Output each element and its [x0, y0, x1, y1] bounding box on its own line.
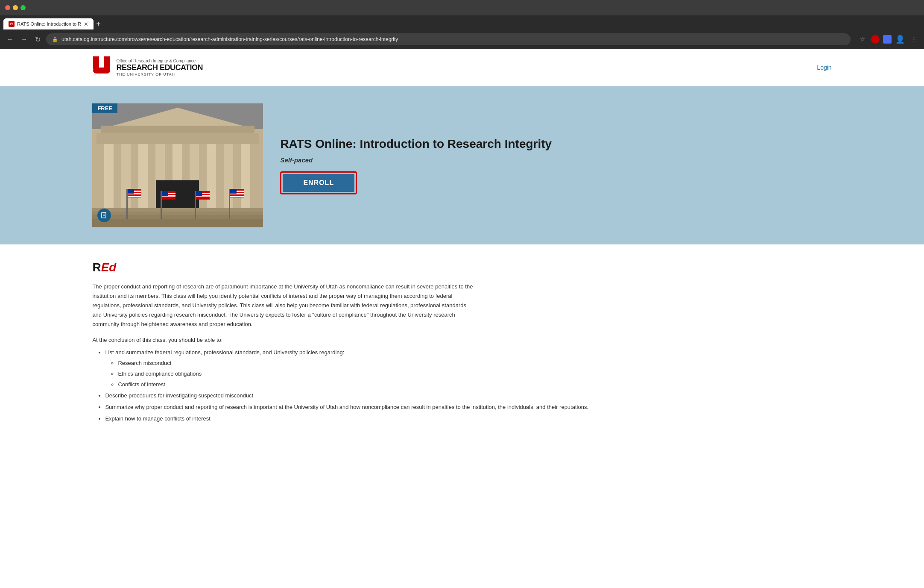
content-section: REd The proper conduct and reporting of …: [0, 244, 924, 442]
svg-rect-23: [161, 191, 162, 219]
address-bar: ← → ↻ 🔒 utah.catalog.instructure.com/bro…: [0, 30, 924, 49]
university-name: THE UNIVERSITY OF UTAH: [116, 72, 203, 76]
tab-title: RATS Online: Introduction to R: [17, 21, 81, 26]
active-tab[interactable]: R RATS Online: Introduction to R ✕: [3, 18, 94, 29]
svg-rect-1: [104, 56, 110, 69]
course-image: FREE: [92, 103, 263, 227]
browser-action-buttons: ☆ 👤 ⋮: [857, 34, 919, 44]
svg-rect-20: [92, 215, 263, 219]
list-item: List and summarize federal regulations, …: [105, 347, 831, 390]
extension-button-2[interactable]: [883, 35, 892, 44]
svg-rect-2: [93, 68, 110, 74]
objectives-list: List and summarize federal regulations, …: [105, 347, 831, 424]
svg-rect-18: [92, 208, 263, 212]
svg-rect-6: [101, 126, 254, 134]
red-logo-ed: Ed: [101, 261, 117, 274]
close-window-button[interactable]: [5, 5, 10, 10]
svg-rect-21: [92, 219, 263, 227]
svg-rect-16: [241, 144, 250, 208]
enroll-button-wrapper: ENROLL: [280, 171, 357, 194]
svg-rect-25: [229, 189, 230, 219]
tab-favicon: R: [9, 21, 15, 27]
bullet-1-text: List and summarize federal regulations, …: [105, 349, 344, 356]
sub-list-item: Ethics and compliance obligations: [118, 369, 831, 379]
free-badge: FREE: [92, 103, 117, 113]
svg-rect-10: [138, 144, 148, 208]
page-header: Office of Research Integrity & Complianc…: [0, 49, 924, 86]
hero-section: FREE RATS Online: Introduction to Resear…: [0, 86, 924, 244]
forward-button[interactable]: →: [19, 34, 29, 44]
sub-list-item: Research misconduct: [118, 358, 831, 369]
pacing-label: Self-paced: [280, 156, 831, 164]
red-logo-r: R: [92, 261, 101, 274]
svg-rect-0: [93, 56, 99, 69]
course-title: RATS Online: Introduction to Research In…: [280, 136, 831, 151]
svg-rect-42: [230, 196, 244, 197]
svg-rect-34: [162, 191, 168, 196]
back-button[interactable]: ←: [5, 34, 15, 44]
course-info: RATS Online: Introduction to Research In…: [280, 136, 831, 194]
svg-rect-8: [104, 144, 114, 208]
svg-rect-22: [126, 189, 128, 219]
svg-rect-30: [128, 189, 134, 194]
logo-area: Office of Research Integrity & Complianc…: [92, 56, 203, 79]
menu-button[interactable]: ⋮: [909, 34, 919, 44]
svg-rect-15: [224, 144, 233, 208]
u-logo-svg: [92, 56, 111, 78]
course-image-container: FREE: [92, 103, 263, 227]
list-item: Describe procedures for investigating su…: [105, 391, 831, 401]
red-logo: REd: [92, 262, 831, 273]
objectives-intro: At the conclusion of this class, you sho…: [92, 337, 831, 343]
svg-rect-19: [92, 212, 263, 215]
profile-button[interactable]: 👤: [895, 34, 905, 44]
reload-button[interactable]: ↻: [32, 34, 43, 44]
svg-rect-7: [96, 133, 259, 144]
list-item: Explain how to manage conflicts of inter…: [105, 414, 831, 424]
sub-list-item: Conflicts of interest: [118, 379, 831, 390]
traffic-lights: [5, 5, 26, 10]
university-u-logo: [92, 56, 111, 79]
lock-icon: 🔒: [52, 37, 58, 42]
maximize-window-button[interactable]: [20, 5, 26, 10]
tab-bar: R RATS Online: Introduction to R ✕ +: [0, 15, 924, 30]
description-paragraph: The proper conduct and reporting of rese…: [92, 282, 477, 329]
url-bar[interactable]: 🔒 utah.catalog.instructure.com/browse/re…: [46, 33, 851, 45]
svg-rect-38: [196, 191, 202, 196]
minimize-window-button[interactable]: [13, 5, 18, 10]
list-item: Summarize why proper conduct and reporti…: [105, 402, 831, 413]
svg-rect-9: [121, 144, 131, 208]
tab-close-button[interactable]: ✕: [84, 21, 88, 27]
bookmark-button[interactable]: ☆: [857, 34, 868, 44]
book-icon: [101, 212, 108, 219]
sub-list: Research misconduct Ethics and complianc…: [118, 358, 831, 390]
extension-button-1[interactable]: [871, 35, 880, 44]
office-name: Office of Research Integrity & Complianc…: [116, 59, 203, 63]
building-illustration: [92, 103, 263, 227]
url-text: utah.catalog.instructure.com/browse/rese…: [61, 36, 398, 42]
svg-rect-43: [230, 189, 237, 194]
login-link[interactable]: Login: [817, 64, 831, 71]
new-tab-button[interactable]: +: [96, 20, 101, 29]
svg-rect-24: [195, 191, 196, 219]
browser-traffic-lights: [0, 0, 924, 15]
enroll-button[interactable]: ENROLL: [283, 174, 354, 192]
logo-text: Office of Research Integrity & Complianc…: [116, 59, 203, 76]
research-education-label: RESEARCH EDUCATION: [116, 63, 203, 72]
svg-rect-29: [128, 196, 141, 197]
